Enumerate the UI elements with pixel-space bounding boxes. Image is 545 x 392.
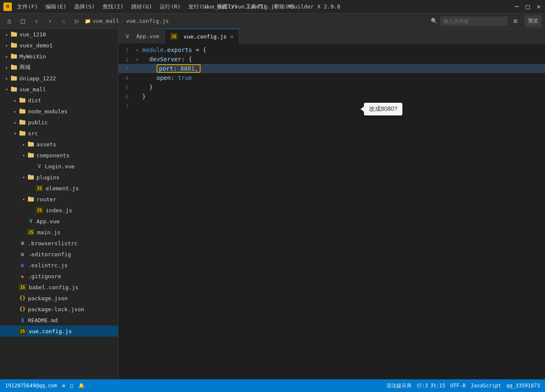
status-icon3[interactable]: 🔔 [78, 383, 85, 389]
code-line-5: 5 } [118, 82, 545, 92]
js-file-icon-main: JS [27, 229, 35, 236]
folder-icon-components [27, 152, 35, 159]
tree-arrow-vuex_demo1 [3, 42, 10, 49]
code-line-7: 7 [118, 101, 545, 110]
status-encoding: UTF-8 [450, 383, 465, 389]
toolbar-home-button[interactable]: ⌂ [3, 15, 15, 27]
fold-arrow-1[interactable] [134, 48, 140, 52]
line-num-3: 3 [118, 66, 134, 72]
fold-arrow-2[interactable] [134, 57, 140, 62]
tooltip-text: 改成8080? [369, 105, 397, 112]
tab-vue-config-js-label: vue.config.js [184, 33, 227, 40]
sidebar: vue_1210 vuex_demo1 MyWeiXin 商城 [0, 29, 118, 379]
sidebar-item-readme[interactable]: ℹ README.md [0, 315, 118, 326]
filter-icon[interactable]: ≡ [509, 15, 521, 27]
sidebar-item-browserslistrc[interactable]: ≡ .browserslistrc [0, 238, 118, 249]
sidebar-item-package-json[interactable]: {} package.json [0, 293, 118, 304]
breadcrumb-file[interactable]: vue.config.js [126, 18, 169, 24]
toolbar-run-button[interactable]: ▷ [71, 15, 83, 27]
sidebar-item-assets[interactable]: assets [0, 139, 118, 150]
sidebar-item-app-vue-src[interactable]: V App.vue [0, 216, 118, 227]
code-line-2: 2 devServer: { [118, 55, 545, 64]
tab-vue-config-js[interactable]: JS vue.config.js ✕ [165, 29, 239, 44]
sidebar-item-uniapp[interactable]: Uniapp_1222 [0, 73, 118, 84]
sidebar-label-package-json: package.json [28, 295, 68, 302]
window-title: vue_mall/vue.config.js - HBuilder X 2.9.… [205, 3, 341, 10]
code-text-2: devServer: { [140, 56, 192, 63]
tab-app-vue[interactable]: V App.vue [118, 29, 165, 44]
status-bar: 1912075649@qq.com ≡ □ 🔔 语法提示库 行:3 列:15 U… [0, 379, 545, 392]
sidebar-label-vuex_demo1: vuex_demo1 [19, 42, 52, 49]
sidebar-item-login-vue[interactable]: V Login.vue [0, 161, 118, 172]
breadcrumb: 📁 vue_mall › vue.config.js [85, 18, 429, 24]
tree-arrow-uniapp [3, 75, 10, 82]
folder-icon-dist [19, 97, 26, 104]
eslint-file-icon: ⊛ [19, 262, 26, 269]
menu-edit[interactable]: 编辑(E) [42, 1, 69, 12]
menu-file[interactable]: 文件(F) [14, 1, 41, 12]
folder-icon [10, 31, 18, 38]
sidebar-label-src: src [28, 130, 38, 137]
sidebar-item-node_modules[interactable]: node_modules [0, 106, 118, 117]
minimize-button[interactable]: ─ [514, 4, 520, 10]
breadcrumb-separator-1: › [121, 18, 124, 24]
breadcrumb-project[interactable]: vue_mall [93, 18, 119, 24]
sidebar-label-myweixinb: MyWeiXin [19, 53, 46, 60]
sidebar-label-element-js: element.js [46, 185, 79, 192]
sidebar-item-src[interactable]: src [0, 128, 118, 139]
sidebar-label-components: components [36, 152, 69, 159]
sidebar-item-element-js[interactable]: JS element.js [0, 183, 118, 194]
tab-close-vue-config[interactable]: ✕ [230, 33, 234, 39]
editor-container: V App.vue JS vue.config.js ✕ 1 module.ex… [118, 29, 545, 379]
toolbar-right: ≡ 预览 [509, 15, 542, 27]
menu-find[interactable]: 查找(I) [99, 1, 127, 12]
maximize-button[interactable]: □ [525, 4, 531, 10]
sidebar-item-dist[interactable]: dist [0, 95, 118, 106]
sidebar-item-router[interactable]: router [0, 194, 118, 205]
toolbar-bookmark-button[interactable]: ☆ [58, 15, 69, 27]
sidebar-item-vue_mall[interactable]: vue_mall [0, 84, 118, 95]
sidebar-item-plugins[interactable]: plugins [0, 172, 118, 183]
sidebar-item-myweixinb[interactable]: MyWeiXin [0, 51, 118, 62]
tree-arrow-node_modules [12, 108, 19, 115]
menu-select[interactable]: 选择(S) [71, 1, 98, 12]
toolbar-forward-button[interactable]: › [44, 15, 56, 27]
sidebar-item-vuex_demo1[interactable]: vuex_demo1 [0, 40, 118, 51]
tree-arrow-src [12, 130, 19, 137]
folder-icon-vue_mall [10, 86, 18, 93]
info-file-icon: ℹ [19, 317, 26, 323]
window-controls[interactable]: ─ □ ✕ [514, 4, 542, 10]
sidebar-label-plugins: plugins [36, 174, 60, 181]
sidebar-item-shop[interactable]: 商城 [0, 62, 118, 73]
sidebar-item-vue_1210[interactable]: vue_1210 [0, 29, 118, 40]
search-input[interactable] [440, 16, 508, 26]
editor-tab-content[interactable]: 1 module.exports = { 2 devServer: { [118, 44, 545, 379]
tree-arrow-public [12, 119, 19, 126]
sidebar-label-readme: README.md [28, 317, 58, 323]
status-icon2[interactable]: □ [70, 383, 73, 389]
sidebar-label-package-lock-json: package-lock.json [28, 306, 84, 313]
preview-button[interactable]: 预览 [525, 15, 542, 27]
toolbar-back-button[interactable]: ‹ [30, 15, 42, 27]
line-num-1: 1 [118, 47, 134, 53]
sidebar-item-main-js[interactable]: JS main.js [0, 227, 118, 238]
sidebar-item-vue-config-js[interactable]: JS vue.config.js [0, 326, 118, 337]
toolbar-new-button[interactable]: □ [17, 15, 29, 27]
sidebar-item-gitignore[interactable]: ◆ .gitignore [0, 271, 118, 282]
sidebar-label-app-vue-src: App.vue [36, 218, 60, 225]
sidebar-item-eslintrc[interactable]: ⊛ .eslintrc.js [0, 260, 118, 271]
sidebar-label-browserslistrc: .browserslistrc [28, 240, 77, 247]
status-icon1[interactable]: ≡ [62, 383, 65, 389]
sidebar-item-public[interactable]: public [0, 117, 118, 128]
sidebar-item-components[interactable]: components [0, 150, 118, 161]
vue-file-icon-src: V [27, 218, 35, 225]
menu-run[interactable]: 运行(R) [156, 1, 184, 12]
menu-jump[interactable]: 跳转(G) [128, 1, 155, 12]
close-button[interactable]: ✕ [536, 4, 542, 10]
sidebar-item-editorconfig[interactable]: ⚙ .editorconfig [0, 249, 118, 260]
sidebar-item-router-index-js[interactable]: JS index.js [0, 205, 118, 216]
sidebar-label-vue_mall: vue_mall [19, 86, 46, 93]
sidebar-item-package-lock-json[interactable]: {} package-lock.json [0, 304, 118, 315]
sidebar-item-babel-config-js[interactable]: JS babel.config.js [0, 282, 118, 293]
tooltip-bubble: 改成8080? [364, 103, 402, 115]
